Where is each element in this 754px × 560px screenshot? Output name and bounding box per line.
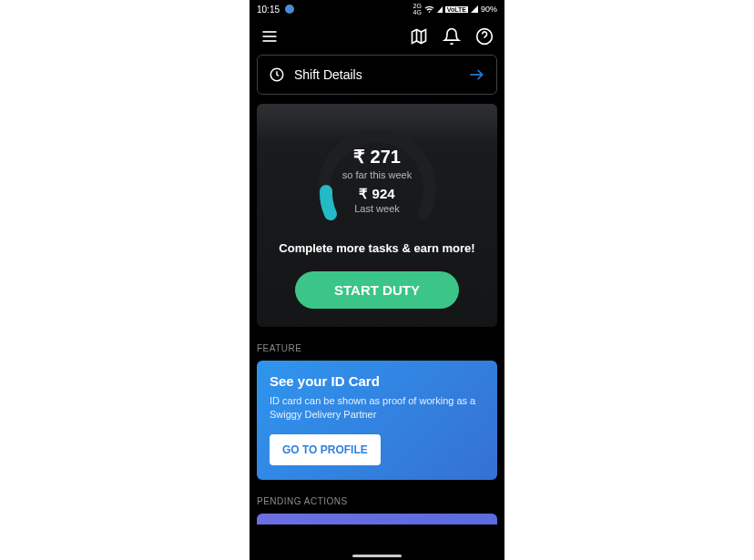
- go-to-profile-button[interactable]: GO TO PROFILE: [270, 434, 381, 465]
- wifi-icon: [424, 5, 434, 15]
- last-week-label: Last week: [313, 203, 441, 214]
- earnings-gauge: ₹ 271 so far this week ₹ 924 Last week: [313, 118, 441, 232]
- map-icon[interactable]: [410, 27, 428, 46]
- pending-actions-card[interactable]: [257, 514, 497, 524]
- app-bar: [250, 18, 504, 55]
- current-week-label: so far this week: [313, 169, 441, 180]
- signal-icon-2: [471, 5, 478, 13]
- start-duty-button[interactable]: START DUTY: [295, 271, 459, 309]
- last-week-amount: ₹ 924: [313, 186, 441, 202]
- app-status-icon: [285, 5, 294, 14]
- feature-section-label: FEATURE: [257, 343, 497, 353]
- volte-badge: VoLTE: [445, 6, 468, 13]
- bell-icon[interactable]: [443, 27, 461, 46]
- status-right: 2G4G VoLTE 90%: [413, 3, 498, 15]
- current-week-amount: ₹ 271: [313, 146, 441, 168]
- network-icon: 2G4G: [413, 3, 422, 15]
- status-left: 10:15: [257, 5, 294, 15]
- help-icon[interactable]: [475, 27, 494, 46]
- shift-details-label: Shift Details: [294, 67, 362, 82]
- feature-description: ID card can be shown as proof of working…: [270, 394, 484, 422]
- feature-title: See your ID Card: [270, 373, 484, 389]
- battery-text: 90%: [481, 5, 497, 14]
- clock-icon: [269, 66, 285, 83]
- home-indicator[interactable]: [352, 555, 402, 557]
- shift-details-card[interactable]: Shift Details: [257, 55, 497, 95]
- menu-icon[interactable]: [260, 27, 279, 46]
- svg-marker-3: [413, 30, 426, 44]
- feature-card[interactable]: See your ID Card ID card can be shown as…: [257, 361, 497, 480]
- earnings-prompt: Complete more tasks & earn more!: [268, 241, 486, 255]
- pending-section-label: PENDING ACTIONS: [257, 496, 497, 506]
- signal-icon-1: [437, 6, 443, 13]
- status-time: 10:15: [257, 5, 280, 15]
- arrow-right-icon: [467, 66, 485, 84]
- earnings-card: ₹ 271 so far this week ₹ 924 Last week C…: [257, 104, 497, 327]
- status-bar: 10:15 2G4G VoLTE 90%: [250, 0, 504, 18]
- phone-screen: 10:15 2G4G VoLTE 90%: [250, 0, 504, 560]
